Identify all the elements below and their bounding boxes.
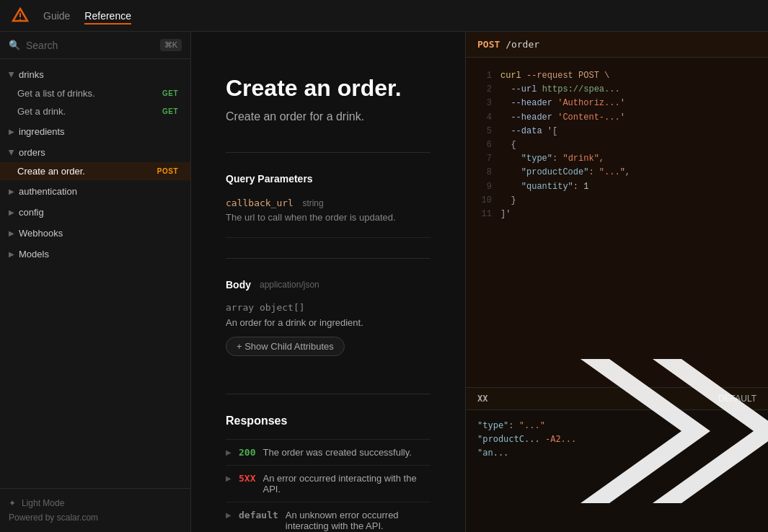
nav-item-get-drinks[interactable]: Get a list of drinks. GET — [0, 84, 190, 102]
code-line-1: 1 curl --request POST \ — [477, 69, 756, 83]
sun-icon: ✦ — [9, 498, 16, 508]
doc-subtitle: Create an order for a drink. — [226, 110, 431, 123]
http-method: POST — [477, 39, 500, 50]
code-panel-header: POST /order — [466, 32, 768, 58]
code-line-4: 4 --header 'Content-...' — [477, 111, 756, 125]
chevron-ingredients-icon: ▶ — [9, 128, 14, 136]
query-params-divider — [226, 152, 431, 153]
sidebar-footer: ✦ Light Mode Powered by scalar.com — [0, 488, 190, 532]
resp-line-2: "productC... -A2... — [477, 433, 756, 446]
chevron-orders-icon: ▶ — [8, 150, 16, 156]
array-desc: An order for a drink or ingredient. — [226, 317, 431, 328]
group-label-config: config — [19, 207, 44, 218]
light-mode-toggle[interactable]: ✦ Light Mode — [9, 496, 182, 510]
search-bar[interactable]: 🔍 Search ⌘K — [0, 32, 190, 59]
nav-group-header-config[interactable]: ▶ config — [0, 203, 190, 222]
responses-title: Responses — [226, 414, 431, 427]
param-desc: The url to call when the order is update… — [226, 212, 431, 223]
response-code-default: default — [239, 510, 278, 520]
body-keyword: Body — [226, 279, 251, 291]
responses-divider — [226, 394, 431, 394]
resp-line-1: "type": "..." — [477, 419, 756, 433]
chevron-5xx-icon: ▶ — [226, 474, 231, 482]
code-line-9: 9 "quantity": 1 — [477, 180, 756, 194]
status-xx: XX — [477, 394, 487, 404]
nav-group-config: ▶ config — [0, 203, 190, 222]
powered-by-label: Powered by scalar.com — [9, 513, 98, 523]
nav-group-ingredients: ▶ ingredients — [0, 122, 190, 141]
nav-group-header-drinks[interactable]: ▶ drinks — [0, 65, 190, 84]
chevron-webhooks-icon: ▶ — [9, 229, 14, 237]
response-panel-header: XX DEFAULT — [466, 388, 768, 410]
nav-group-header-authentication[interactable]: ▶ authentication — [0, 182, 190, 201]
nav-items-orders: Create an order. POST — [0, 162, 190, 180]
code-line-7: 7 "type": "drink", — [477, 152, 756, 166]
guide-tab[interactable]: Guide — [43, 7, 70, 25]
response-code-200: 200 — [239, 447, 255, 458]
response-status: XX — [477, 394, 487, 404]
nav-group-authentication: ▶ authentication — [0, 182, 190, 201]
method-badge-post: POST — [154, 167, 182, 176]
nav-group-orders: ▶ orders Create an order. POST — [0, 143, 190, 180]
top-nav: Guide Reference — [0, 0, 768, 32]
chevron-auth-icon: ▶ — [9, 187, 14, 195]
code-line-10: 10 } — [477, 194, 756, 208]
nav-group-webhooks: ▶ Webhooks — [0, 223, 190, 243]
response-item-200[interactable]: ▶ 200 The order was created successfully… — [226, 439, 431, 465]
code-line-3: 3 --header 'Authoriz...' — [477, 97, 756, 110]
body-content-type: application/json — [260, 280, 319, 290]
response-panel: XX DEFAULT "type": "..." "productC... -A… — [466, 388, 768, 532]
response-desc-200: The order was created successfully. — [262, 447, 411, 458]
nav-group-header-webhooks[interactable]: ▶ Webhooks — [0, 223, 190, 243]
reference-tab[interactable]: Reference — [84, 7, 131, 25]
sidebar: 🔍 Search ⌘K ▶ drinks Get a list of drink… — [0, 32, 191, 532]
nav-items-drinks: Get a list of drinks. GET Get a drink. G… — [0, 84, 190, 120]
body-label-row: Body application/json — [226, 279, 431, 291]
code-line-2: 2 --url https://spea... — [477, 83, 756, 97]
chevron-200-icon: ▶ — [226, 448, 231, 456]
array-type: array object[] — [226, 302, 431, 313]
code-line-5: 5 --data '[ — [477, 125, 756, 138]
doc-panel: Create an order. Create an order for a d… — [191, 32, 465, 532]
chevron-config-icon: ▶ — [9, 208, 14, 216]
sidebar-nav: ▶ drinks Get a list of drinks. GET Get a… — [0, 59, 190, 488]
response-item-default[interactable]: ▶ default An unknown error occurred inte… — [226, 502, 431, 532]
doc-title: Create an order. — [226, 75, 431, 102]
code-line-11: 11 ]' — [477, 208, 756, 221]
method-badge-get2: GET — [159, 107, 182, 116]
status-label: DEFAULT — [718, 394, 756, 404]
group-label-ingredients: ingredients — [19, 126, 65, 137]
response-item-5xx[interactable]: ▶ 5XX An error occurred interacting with… — [226, 465, 431, 502]
response-code-5xx: 5XX — [239, 473, 255, 484]
response-desc-5xx: An error occurred interacting with the A… — [262, 473, 431, 495]
response-code-block: "type": "..." "productC... -A2... "an... — [466, 410, 768, 469]
nav-group-header-orders[interactable]: ▶ orders — [0, 143, 190, 162]
code-panel: POST /order 1 curl --request POST \ 2 --… — [465, 32, 768, 532]
search-placeholder: Search — [26, 40, 154, 51]
chevron-drinks-icon: ▶ — [8, 72, 16, 78]
body-divider — [226, 258, 431, 259]
code-block: 1 curl --request POST \ 2 --url https://… — [466, 58, 768, 387]
method-badge-get: GET — [159, 89, 182, 98]
endpoint-path: /order — [506, 39, 539, 50]
content-area: Create an order. Create an order for a d… — [191, 32, 768, 532]
show-child-attrs-button[interactable]: + Show Child Attributes — [226, 337, 345, 356]
param-name: callback_url — [226, 198, 293, 208]
nav-group-header-ingredients[interactable]: ▶ ingredients — [0, 122, 190, 141]
code-line-8: 8 "productCode": "...", — [477, 166, 756, 179]
nav-item-label: Get a list of drinks. — [17, 88, 95, 99]
nav-item-label: Create an order. — [17, 166, 85, 177]
logo[interactable] — [12, 7, 29, 25]
group-label-webhooks: Webhooks — [19, 228, 63, 239]
nav-group-header-models[interactable]: ▶ Models — [0, 244, 190, 264]
code-line-6: 6 { — [477, 138, 756, 152]
param-callback-url: callback_url string The url to call when… — [226, 196, 431, 238]
chevron-default-icon: ▶ — [226, 511, 231, 519]
group-label-drinks: drinks — [19, 69, 44, 80]
nav-item-create-order[interactable]: Create an order. POST — [0, 162, 190, 180]
nav-item-get-drink[interactable]: Get a drink. GET — [0, 102, 190, 120]
nav-group-models: ▶ Models — [0, 244, 190, 264]
search-shortcut: ⌘K — [160, 39, 182, 51]
resp-line-3: "an... — [477, 446, 756, 460]
chevron-models-icon: ▶ — [9, 250, 14, 258]
